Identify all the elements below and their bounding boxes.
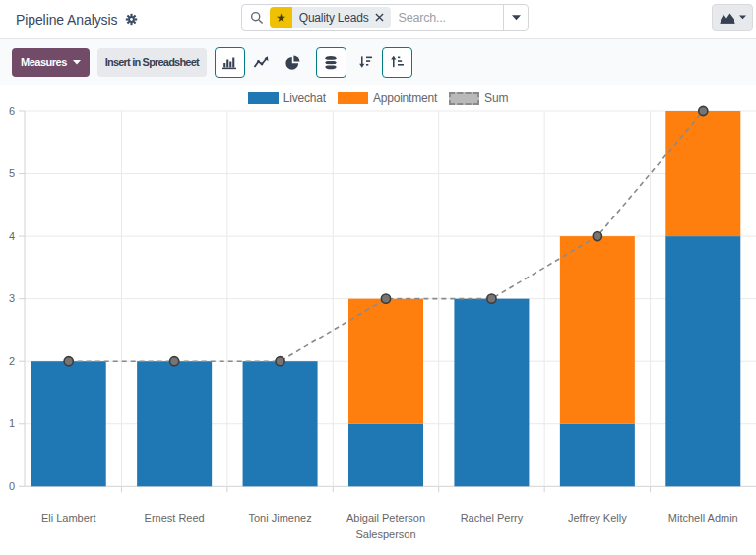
chart-area: LivechatAppointmentSum 0123456Eli Lamber… xyxy=(0,85,756,555)
svg-text:5: 5 xyxy=(9,167,15,179)
svg-text:2: 2 xyxy=(9,355,15,367)
svg-text:Eli Lambert: Eli Lambert xyxy=(41,512,96,524)
svg-text:3: 3 xyxy=(9,292,15,304)
line-chart-icon xyxy=(253,55,269,69)
area-chart-icon xyxy=(720,11,735,24)
measures-button[interactable]: Measures xyxy=(12,48,90,77)
svg-text:Jeffrey Kelly: Jeffrey Kelly xyxy=(568,512,627,524)
stacked-icon xyxy=(324,55,338,70)
pipeline-chart[interactable]: 0123456Eli LambertErnest ReedToni Jimene… xyxy=(0,85,756,555)
sort-descending-button[interactable] xyxy=(350,47,381,78)
svg-text:Mitchell Admin: Mitchell Admin xyxy=(668,512,738,524)
control-panel: Pipeline Analysis ★ Qu xyxy=(0,0,756,39)
legend-swatch xyxy=(248,92,279,104)
legend-item[interactable]: Appointment xyxy=(338,92,437,105)
search-facet[interactable]: ★ Quality Leads xyxy=(270,7,391,28)
caret-down-icon xyxy=(739,15,746,20)
bar-chart-icon xyxy=(221,55,237,70)
pie-chart-button[interactable] xyxy=(278,47,308,78)
star-icon: ★ xyxy=(270,7,292,28)
legend-item[interactable]: Livechat xyxy=(248,92,326,105)
measures-label: Measures xyxy=(21,56,67,68)
search-bar[interactable]: ★ Quality Leads Search... xyxy=(241,4,529,31)
sort-ascending-button[interactable] xyxy=(382,47,412,78)
svg-text:Rachel Perry: Rachel Perry xyxy=(461,512,524,524)
search-dropdown-toggle[interactable] xyxy=(503,5,528,30)
stacked-button[interactable] xyxy=(316,47,346,78)
svg-text:Abigail Peterson: Abigail Peterson xyxy=(346,512,425,524)
svg-text:6: 6 xyxy=(9,105,15,117)
legend-swatch xyxy=(449,92,479,105)
page-title: Pipeline Analysis xyxy=(16,12,117,28)
svg-text:Salesperson: Salesperson xyxy=(355,528,415,540)
caret-down-icon xyxy=(73,60,81,65)
legend-label: Appointment xyxy=(373,92,437,105)
sort-ascending-icon xyxy=(390,55,405,69)
svg-text:0: 0 xyxy=(9,480,15,492)
chart-legend[interactable]: LivechatAppointmentSum xyxy=(0,92,756,105)
legend-label: Livechat xyxy=(284,92,326,105)
gear-icon[interactable] xyxy=(125,13,138,26)
sort-descending-icon xyxy=(358,55,373,69)
pie-chart-icon xyxy=(285,55,300,70)
search-input[interactable]: Search... xyxy=(399,11,503,25)
view-switcher-button[interactable] xyxy=(712,4,753,31)
line-chart-button[interactable] xyxy=(246,47,277,78)
svg-text:1: 1 xyxy=(9,417,15,429)
search-icon xyxy=(242,11,270,25)
view-toolbar: Measures Insert in Spreadsheet xyxy=(0,39,756,85)
legend-swatch xyxy=(338,92,368,104)
legend-label: Sum xyxy=(484,92,508,105)
bar-chart-button[interactable] xyxy=(215,47,245,78)
svg-text:4: 4 xyxy=(9,230,15,242)
svg-text:Toni Jimenez: Toni Jimenez xyxy=(248,512,311,524)
legend-item[interactable]: Sum xyxy=(449,92,508,105)
facet-label: Quality Leads xyxy=(299,11,369,25)
remove-facet-icon[interactable] xyxy=(375,13,384,22)
svg-text:Ernest Reed: Ernest Reed xyxy=(145,512,205,524)
insert-in-spreadsheet-button[interactable]: Insert in Spreadsheet xyxy=(97,48,207,77)
